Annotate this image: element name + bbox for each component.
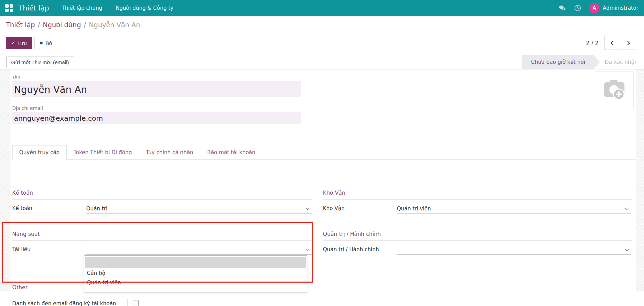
user-avatar[interactable]: A <box>589 3 600 13</box>
chevron-down-icon <box>625 206 629 210</box>
notebook-tabs: Quyền truy cập Token Thiết bị Di động Tù… <box>12 145 636 160</box>
control-panel-buttons: ✔ Lưu ✖ Bỏ 2 / 2 <box>0 33 644 50</box>
group-title-accounting: Kế toán <box>12 190 312 200</box>
tab-preferences[interactable]: Tùy chỉnh cá nhân <box>139 145 200 160</box>
group-administration: Quản trị / Hành chính Quản trị / Hành ch… <box>323 231 632 261</box>
check-icon: ✔ <box>11 40 15 46</box>
group-accounting: Kế toán Kế toán Quản trị <box>12 190 312 220</box>
breadcrumb-users[interactable]: Người dùng <box>43 21 81 29</box>
user-name: Administrator <box>603 5 638 11</box>
pager-count: 2 / 2 <box>586 40 599 46</box>
pager-next-button[interactable] <box>620 36 636 50</box>
email-input[interactable] <box>12 112 301 124</box>
tab-pane-access-rights: Kế toán Kế toán Quản trị Năng suất <box>12 160 636 306</box>
administration-select[interactable] <box>397 245 631 255</box>
group-productivity: Năng suất Tài liệu Cán bộ Quản trị v <box>12 231 312 261</box>
app-menu: Thiết lập chung Người dùng & Công ty <box>61 5 173 11</box>
statusbar: Chưa bao giờ kết nối Đã xác nhận <box>522 55 644 69</box>
chevron-left-icon <box>610 41 615 45</box>
breadcrumb-current-record: Nguyễn Văn An <box>89 21 140 29</box>
status-never-connected[interactable]: Chưa bao giờ kết nối <box>522 55 600 69</box>
breadcrumb: Thiết lập/Người dùng/Nguyễn Văn An <box>0 16 644 33</box>
chevron-down-icon <box>305 206 309 210</box>
email-field-label: Địa chỉ email <box>12 105 636 111</box>
left-margin <box>0 69 10 291</box>
x-icon: ✖ <box>39 40 43 46</box>
menu-users-companies[interactable]: Người dùng & Công ty <box>116 5 173 11</box>
messages-icon[interactable] <box>558 4 566 12</box>
accounting-select[interactable]: Quản trị <box>86 204 312 214</box>
top-navbar: Thiết lập Thiết lập chung Người dùng & C… <box>0 0 644 16</box>
inventory-select[interactable]: Quản trị viên <box>397 204 631 214</box>
accounting-field-label: Kế toán <box>12 204 82 220</box>
dropdown-option-can-bo[interactable]: Cán bộ <box>84 269 307 278</box>
chevron-down-icon <box>625 247 629 251</box>
breadcrumb-settings[interactable]: Thiết lập <box>6 21 35 29</box>
apps-menu-icon[interactable] <box>5 4 13 12</box>
group-inventory: Kho Vận Kho Vận Quản trị viên <box>323 190 632 220</box>
tab-access-rights[interactable]: Quyền truy cập <box>12 145 67 160</box>
inventory-field-label: Kho Vận <box>323 204 393 220</box>
dropdown-option-empty[interactable] <box>85 257 306 268</box>
right-margin <box>636 69 644 291</box>
blacklist-field-label: Danh sách đen email đăng ký tài khoản <box>12 299 127 306</box>
tab-account-security[interactable]: Bảo mật tài khoản <box>200 145 262 160</box>
menu-general-settings[interactable]: Thiết lập chung <box>61 5 102 11</box>
documents-select-dropdown: Cán bộ Quản trị viên <box>84 255 307 292</box>
administration-field-label: Quản trị / Hành chính <box>323 245 393 261</box>
chevron-right-icon <box>626 41 630 45</box>
name-field-label: Tên <box>12 75 636 80</box>
app-title[interactable]: Thiết lập <box>18 4 49 12</box>
group-title-productivity: Năng suất <box>12 231 312 241</box>
name-input[interactable] <box>12 81 301 97</box>
blacklist-checkbox[interactable] <box>133 300 139 306</box>
pager-previous-button[interactable] <box>604 36 620 50</box>
activities-clock-icon[interactable] <box>574 4 582 12</box>
chevron-down-icon <box>305 247 309 251</box>
discard-button[interactable]: ✖ Bỏ <box>34 37 57 49</box>
documents-field-label: Tài liệu <box>12 245 82 261</box>
group-title-inventory: Kho Vận <box>323 190 632 200</box>
group-title-administration: Quản trị / Hành chính <box>323 231 632 241</box>
avatar-upload-box[interactable] <box>595 72 634 109</box>
dropdown-option-quan-tri-vien[interactable]: Quản trị viên <box>84 278 307 288</box>
send-invitation-button[interactable]: Gửi một Thư mời (email) <box>6 57 74 68</box>
status-confirmed[interactable]: Đã xác nhận <box>600 55 644 69</box>
documents-select[interactable] <box>86 245 312 255</box>
camera-plus-icon <box>601 79 627 102</box>
user-menu[interactable]: A Administrator <box>589 3 638 13</box>
save-button[interactable]: ✔ Lưu <box>6 37 32 49</box>
tab-mobile-device-token[interactable]: Token Thiết bị Di động <box>67 145 139 160</box>
form-sheet: Tên Địa chỉ email Quyền truy cập Token T… <box>10 69 636 291</box>
statusbar-row: Gửi một Thư mời (email) Chưa bao giờ kết… <box>0 55 644 69</box>
